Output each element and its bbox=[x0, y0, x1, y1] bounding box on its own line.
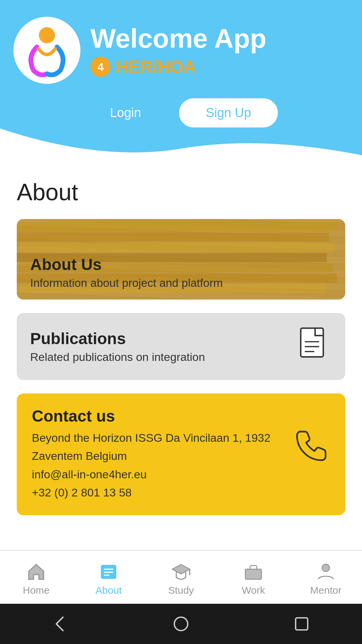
svg-rect-9 bbox=[301, 328, 323, 357]
android-navbar bbox=[0, 604, 362, 644]
nav-work[interactable]: Work bbox=[217, 562, 290, 596]
about-us-description: Information about project and platform bbox=[30, 276, 332, 289]
home-icon bbox=[24, 562, 48, 582]
contact-email: info@all-in-one4her.eu bbox=[32, 468, 147, 481]
svg-rect-4 bbox=[19, 243, 335, 252]
publications-text: Publications Related publications on int… bbox=[30, 329, 205, 364]
about-us-title: About Us bbox=[30, 255, 332, 274]
svg-point-20 bbox=[322, 564, 329, 572]
app-title: Welcome App bbox=[90, 24, 266, 53]
svg-marker-17 bbox=[172, 565, 190, 574]
contact-card[interactable]: Contact us Beyond the Horizon ISSG Da Vi… bbox=[17, 393, 345, 515]
document-icon bbox=[298, 327, 332, 366]
publications-description: Related publications on integration bbox=[30, 351, 205, 364]
svg-rect-2 bbox=[17, 222, 337, 231]
nav-about-label: About bbox=[96, 585, 122, 596]
section-title: About bbox=[17, 179, 345, 206]
nav-study-label: Study bbox=[168, 585, 194, 596]
svg-rect-3 bbox=[17, 232, 329, 241]
about-icon bbox=[97, 562, 120, 582]
publications-title: Publications bbox=[30, 329, 205, 348]
mentor-icon bbox=[314, 562, 338, 582]
bottom-nav: Home About Study bbox=[0, 550, 362, 604]
study-icon bbox=[169, 562, 193, 582]
signup-button[interactable]: Sign Up bbox=[178, 97, 279, 128]
app-logo bbox=[13, 17, 80, 84]
svg-rect-19 bbox=[245, 569, 261, 579]
contact-phone: +32 (0) 2 801 13 58 bbox=[32, 486, 132, 499]
login-button[interactable]: Login bbox=[83, 97, 168, 128]
nav-work-label: Work bbox=[242, 585, 265, 596]
nav-home[interactable]: Home bbox=[0, 562, 72, 596]
about-us-text: About Us Information about project and p… bbox=[30, 255, 332, 289]
phone-icon bbox=[293, 407, 330, 465]
contact-text: Contact us Beyond the Horizon ISSG Da Vi… bbox=[32, 407, 293, 502]
android-recents-button[interactable] bbox=[290, 612, 313, 636]
svg-rect-22 bbox=[296, 618, 308, 630]
about-us-card[interactable]: About Us Information about project and p… bbox=[17, 219, 345, 300]
android-back-button[interactable] bbox=[49, 612, 72, 636]
badge-number: 4 bbox=[90, 57, 111, 77]
work-icon bbox=[242, 562, 265, 582]
svg-point-21 bbox=[174, 617, 188, 631]
nav-mentor[interactable]: Mentor bbox=[290, 562, 362, 596]
nav-about[interactable]: About bbox=[72, 562, 145, 596]
contact-address: Beyond the Horizon ISSG Da Vincilaan 1, … bbox=[32, 431, 270, 462]
header-title-block: Welcome App 4 HER/HOA bbox=[90, 24, 266, 77]
nav-mentor-label: Mentor bbox=[310, 585, 341, 596]
header-subtitle-text: HER/HOA bbox=[116, 57, 196, 77]
svg-point-0 bbox=[40, 29, 54, 42]
publications-card[interactable]: Publications Related publications on int… bbox=[17, 313, 345, 380]
contact-info: Beyond the Horizon ISSG Da Vincilaan 1, … bbox=[32, 429, 293, 502]
contact-title: Contact us bbox=[32, 407, 293, 425]
android-home-button[interactable] bbox=[169, 612, 193, 636]
nav-home-label: Home bbox=[23, 585, 50, 596]
header: Welcome App 4 HER/HOA Login Sign Up bbox=[0, 0, 362, 162]
nav-study[interactable]: Study bbox=[145, 562, 217, 596]
